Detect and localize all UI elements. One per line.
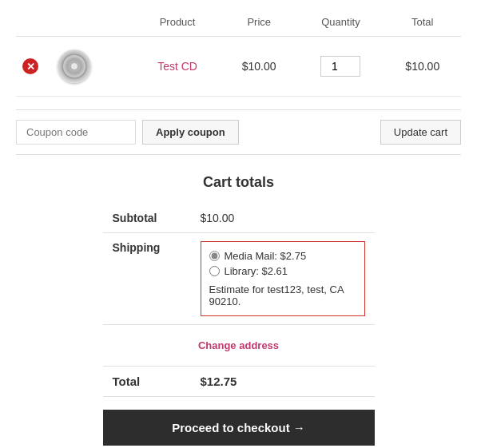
product-thumbnail [54,46,94,86]
shipping-option-label-library: Library: $2.61 [225,265,288,277]
cart-table: Product Price Quantity Total ✕ Test CD $… [16,8,461,97]
shipping-option-label-media-mail: Media Mail: $2.75 [225,250,307,262]
close-icon: ✕ [22,58,38,74]
shipping-row: Shipping Media Mail: $2.75 Library: $2.6… [103,233,375,325]
shipping-radio-media-mail[interactable] [209,251,220,261]
col-remove [16,8,48,37]
change-address-cell: Change address [103,325,375,367]
subtotal-value: $10.00 [191,204,375,233]
apply-coupon-button[interactable]: Apply coupon [142,120,239,145]
total-label: Total [103,367,191,397]
price-cell: $10.00 [221,37,297,97]
checkout-button[interactable]: Proceed to checkout → [103,410,375,446]
total-value: $12.75 [191,367,375,397]
table-row: ✕ Test CD $10.00 $10.00 [16,37,461,97]
coupon-row: Apply coupon Update cart [16,109,461,155]
col-total: Total [384,8,461,37]
subtotal-label: Subtotal [103,204,191,233]
remove-item-button[interactable]: ✕ [22,58,38,74]
col-image [48,8,134,37]
cart-totals-title: Cart totals [103,174,375,191]
col-quantity: Quantity [297,8,384,37]
change-address-row: Change address [103,325,375,367]
shipping-options-cell: Media Mail: $2.75 Library: $2.61 Estimat… [191,233,375,325]
total-row: Total $12.75 [103,367,375,397]
product-name-cell: Test CD [134,37,221,97]
col-product: Product [134,8,221,37]
totals-table: Subtotal $10.00 Shipping Media Mail: $2.… [103,204,375,397]
shipping-label: Shipping [103,233,191,325]
update-cart-button[interactable]: Update cart [380,120,461,145]
shipping-estimate: Estimate for test123, test, CA 90210. [209,283,356,307]
change-address-link[interactable]: Change address [113,333,365,358]
cart-totals-section: Cart totals Subtotal $10.00 Shipping Med… [103,174,375,446]
remove-cell: ✕ [16,37,48,97]
quantity-cell [297,37,384,97]
col-price: Price [221,8,297,37]
coupon-code-input[interactable] [16,120,136,145]
coupon-left: Apply coupon [16,120,239,145]
subtotal-row: Subtotal $10.00 [103,204,375,233]
quantity-input[interactable] [320,56,360,77]
product-name-link[interactable]: Test CD [157,60,197,73]
total-cell: $10.00 [384,37,461,97]
shipping-radio-library[interactable] [209,266,220,276]
product-price: $10.00 [242,60,276,73]
shipping-option-media-mail: Media Mail: $2.75 [209,250,356,262]
product-image-cell [48,37,134,97]
shipping-box: Media Mail: $2.75 Library: $2.61 Estimat… [201,241,365,316]
shipping-option-library: Library: $2.61 [209,265,356,277]
cd-image [58,50,91,83]
line-total: $10.00 [405,60,439,73]
